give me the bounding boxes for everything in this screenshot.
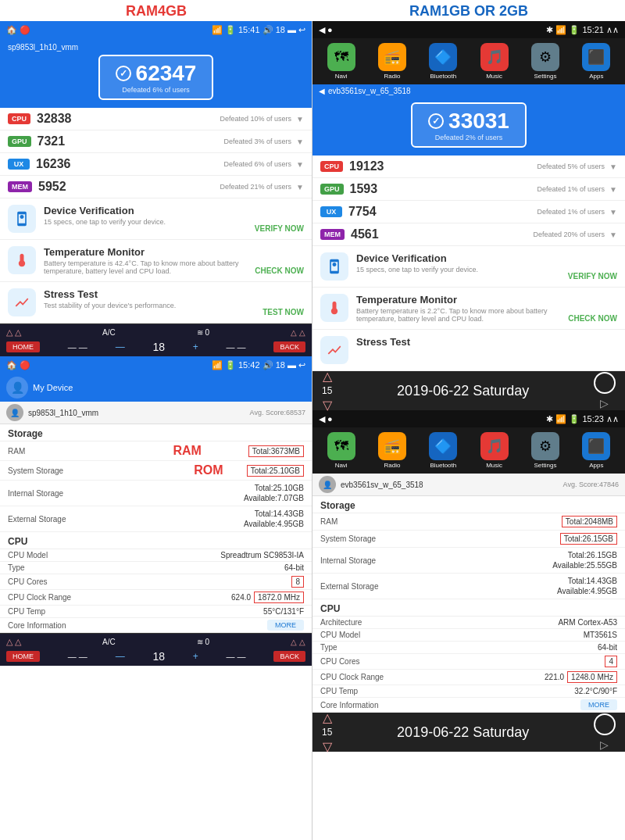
left-back-button-2[interactable]: BACK <box>273 651 305 662</box>
right-title: RAM1GB OR 2GB <box>312 3 625 20</box>
left-storage-section: Storage RAM RAM Total:3673MB System Stor… <box>0 424 312 532</box>
right-ux-score: 7754 <box>348 205 377 219</box>
right-scroll[interactable]: ◀ ● ✱ 📶 🔋 15:21 ∧∧ 🗺 Navi 📻 Radio 🔷 Blue… <box>312 21 625 840</box>
cal-triangle: ▷ <box>600 397 609 409</box>
left-temp-desc: Battery temperature is 42.4°C. Tap to kn… <box>44 259 247 275</box>
right-mem-desc: Defeated 20% of users <box>534 231 605 238</box>
navi-icon-2: 🗺 <box>327 432 355 460</box>
left-car2-minus: — <box>116 651 125 662</box>
right-storage-section: Storage RAM Total:2048MB System Storage … <box>312 496 625 599</box>
right-cpu-clock-high: 1248.0 MHz <box>567 671 617 683</box>
apps-icon: ⬛ <box>582 43 610 71</box>
left-scroll[interactable]: 🏠 🔴 📶 🔋 15:41 🔊 18 ▬ ↩ sp9853l_1h10_vmm … <box>0 21 312 840</box>
my-device-label: My Device <box>33 383 73 392</box>
right-temp-monitor-title: Temperature Monitor <box>356 294 560 306</box>
app-navi-2[interactable]: 🗺 Navi <box>327 432 355 469</box>
app-settings-2[interactable]: ⚙ Settings <box>531 432 559 469</box>
left-score-subtitle: Defeated 6% of users <box>122 86 190 94</box>
right-bench-row-cpu: CPU 19123 Defeated 5% of users ▼ <box>312 155 625 178</box>
right-cpu-model-value: MT3561S <box>584 631 617 639</box>
left-more-button[interactable]: MORE <box>267 620 304 631</box>
cal-up-arrow: △ <box>323 369 332 384</box>
right-cpu-chevron: ▼ <box>609 163 617 171</box>
left-car-ui-1: △ △ A/C ≋ 0 △ △ HOME — — — 18 + — — BACK <box>0 323 312 356</box>
settings-icon-2: ⚙ <box>531 432 559 460</box>
apps-label-2: Apps <box>589 462 603 469</box>
left-ux-desc: Defeated 6% of users <box>224 160 292 168</box>
left-device-avatar-small: 👤 <box>6 404 23 421</box>
check-now-button[interactable]: CHECK NOW <box>255 266 304 275</box>
test-now-button[interactable]: TEST NOW <box>262 308 304 316</box>
left-cpu-clock-row: CPU Clock Range 624.0 1872.0 MHz <box>0 590 312 606</box>
left-car-arrows: △ △ <box>6 327 21 338</box>
app-music-2[interactable]: 🎵 Music <box>480 432 509 469</box>
left-temp-monitor-card: Temperature Monitor Battery temperature … <box>0 240 312 282</box>
device-verify-desc: 15 specs, one tap to verify your device. <box>44 218 247 226</box>
right-cpu-section: CPU Architecture ARM Cortex-A53 CPU Mode… <box>312 599 625 713</box>
right-score-subtitle: Defeated 2% of users <box>435 134 503 141</box>
right-more-button[interactable]: MORE <box>580 699 617 710</box>
right-device-verification-card: Device Verification 15 specs, one tap to… <box>312 246 625 288</box>
left-car2-temp-left: — — <box>68 652 88 661</box>
left-ux-chevron: ▼ <box>296 160 304 169</box>
left-bench-rows: CPU 32838 Defeated 10% of users ▼ GPU 73… <box>0 108 312 198</box>
right-gpu-desc: Defeated 1% of users <box>538 185 605 193</box>
left-car-plus: + <box>193 341 198 352</box>
left-internal-storage-row: Internal Storage Total:25.10GBAvailable:… <box>0 481 312 506</box>
right-core-info-row: Core Information MORE <box>312 698 625 713</box>
left-ram-big-label: RAM <box>173 444 201 458</box>
music-icon: 🎵 <box>480 43 509 71</box>
left-cpu-model-value: Spreadtrum SC9853I-IA <box>220 551 304 559</box>
right-calendar-2: △ 15 ▽ 2019-06-22 Saturday ▷ <box>312 713 625 752</box>
navi-label: Navi <box>335 73 348 80</box>
right-cpu-temp-row: CPU Temp 32.2°C/90°F <box>312 685 625 698</box>
left-cpu-temp-value: 55°C/131°F <box>263 607 304 616</box>
right-cpu-temp-value: 32.2°C/90°F <box>574 687 617 695</box>
left-score-area: sp9853l_1h10_vmm ✓ 62347 Defeated 6% of … <box>0 38 312 108</box>
right-bottom-back-nav: ◀ ● <box>319 414 333 424</box>
right-stress-test-card: Stress Test <box>312 330 625 371</box>
left-mem-chevron: ▼ <box>296 183 304 191</box>
ux-badge: UX <box>8 159 30 170</box>
right-cpu-model-row: CPU Model MT3561S <box>312 629 625 642</box>
app-radio-2[interactable]: 📻 Radio <box>378 432 406 469</box>
right-status-bar-top: ◀ ● ✱ 📶 🔋 15:21 ∧∧ <box>312 21 625 38</box>
right-temp-desc: Battery temperature is 2.2°C. Tap to kno… <box>356 307 560 323</box>
app-settings[interactable]: ⚙ Settings <box>531 43 559 80</box>
verify-now-button[interactable]: VERIFY NOW <box>255 224 304 233</box>
right-ram-value: Total:2048MB <box>562 516 617 527</box>
right-bench-row-ux: UX 7754 Defeated 1% of users ▼ <box>312 201 625 223</box>
settings-icon: ⚙ <box>531 43 559 71</box>
app-apps-2[interactable]: ⬛ Apps <box>582 432 610 469</box>
app-apps[interactable]: ⬛ Apps <box>582 43 610 80</box>
app-navi[interactable]: 🗺 Navi <box>327 43 355 80</box>
app-music[interactable]: 🎵 Music <box>480 43 509 80</box>
right-ux-chevron: ▼ <box>609 208 617 216</box>
cal2-triangle: ▷ <box>600 738 609 751</box>
right-back-bar: ◀ evb3561sv_w_65_3518 <box>312 84 625 98</box>
right-ux-desc: Defeated 1% of users <box>538 208 605 216</box>
right-verify-now-button[interactable]: VERIFY NOW <box>568 272 617 281</box>
right-architecture-value: ARM Cortex-A53 <box>558 618 617 627</box>
navi-label-2: Navi <box>335 462 348 469</box>
left-home-button[interactable]: HOME <box>6 341 40 352</box>
right-device-verify-title: Device Verification <box>356 252 560 264</box>
left-back-button[interactable]: BACK <box>273 341 305 352</box>
right-device-avatar: 👤 <box>319 476 336 493</box>
left-car-temp-left: — — <box>68 342 88 352</box>
cal2-circle <box>594 713 616 735</box>
right-cpu-type-row: Type 64-bit <box>312 642 625 654</box>
app-bluetooth-2[interactable]: 🔷 Bluetooth <box>429 432 457 469</box>
left-car-number: 18 <box>152 341 165 353</box>
left-status-bar-top: 🏠 🔴 📶 🔋 15:41 🔊 18 ▬ ↩ <box>0 21 312 38</box>
right-back-device: evb3561sv_w_65_3518 <box>328 87 411 95</box>
navi-icon: 🗺 <box>327 43 355 71</box>
app-bluetooth[interactable]: 🔷 Bluetooth <box>429 43 457 80</box>
right-system-storage-row: System Storage Total:26.15GB <box>312 531 625 548</box>
left-home-button-2[interactable]: HOME <box>6 651 40 662</box>
left-ram-value: Total:3673MB <box>248 445 304 457</box>
right-check-now-button[interactable]: CHECK NOW <box>568 314 617 323</box>
right-bench-row-gpu: GPU 1593 Defeated 1% of users ▼ <box>312 178 625 201</box>
app-radio[interactable]: 📻 Radio <box>378 43 406 80</box>
left-gpu-chevron: ▼ <box>296 138 304 146</box>
